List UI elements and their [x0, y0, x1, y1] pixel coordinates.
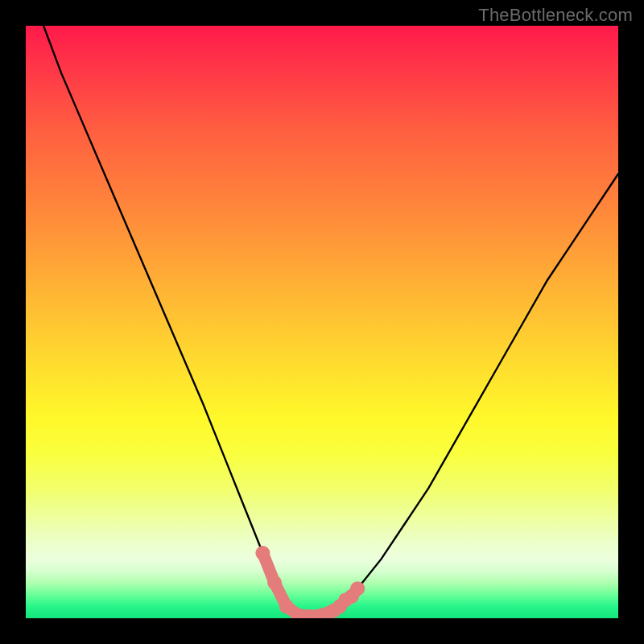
optimal-range-markers: [255, 546, 365, 618]
chart-frame: TheBottleneck.com: [0, 0, 644, 644]
optimal-range-marker: [255, 546, 270, 560]
chart-svg: [26, 26, 618, 618]
bottleneck-curve: [26, 26, 618, 617]
optimal-range-marker: [350, 581, 365, 596]
chart-plot-area: [26, 26, 618, 618]
watermark-text: TheBottleneck.com: [478, 5, 633, 26]
optimal-range-marker: [267, 576, 282, 590]
optimal-range-marker: [279, 599, 294, 613]
